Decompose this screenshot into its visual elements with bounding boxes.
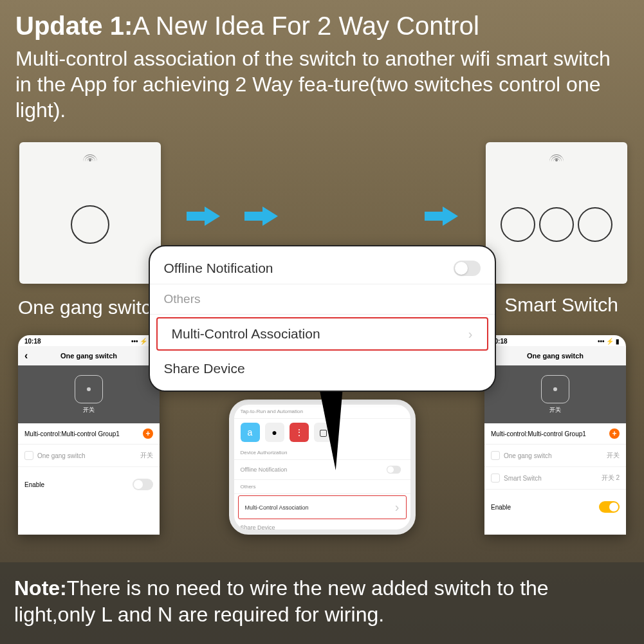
multi-control-row[interactable]: Multi-Control Association › [156,317,488,351]
note-text: There is no need to wire the new added s… [14,576,549,627]
nav-title: One gang switch [484,352,626,360]
device-icon[interactable] [75,375,103,403]
add-icon[interactable]: + [143,428,153,439]
touch-button[interactable] [578,207,612,242]
popup-label: Multi-Control Association [172,326,320,342]
item-value: 开关 [607,451,620,460]
device-label: 开关 [549,406,561,414]
app-icon[interactable]: ⋮ [290,423,309,442]
group-label: Multi-control:Multi-control Group1 [491,430,586,437]
offline-notification-row[interactable]: Offline Notification [150,253,495,284]
item-label: One gang switch [37,452,86,459]
nav-bar: ‹ One gang switch [18,346,160,365]
header-title: Update 1:A New Idea For 2 Way Control [15,12,629,41]
add-icon[interactable]: + [609,428,620,439]
item-icon [24,451,33,460]
chevron-right-icon: › [395,500,400,515]
title-rest: A New Idea For 2 Way Control [133,12,479,40]
update-label: Update 1: [15,12,133,40]
item-label: One gang switch [504,452,552,459]
toggle-off-icon[interactable] [386,466,400,474]
list-item[interactable]: One gang switch 开关 [18,445,160,467]
item-icon [491,451,500,460]
arrow-icon [187,207,219,226]
popup-label: Others [164,292,201,306]
wifi-icon [549,150,564,161]
alexa-icon[interactable]: a [241,423,260,442]
touch-button[interactable] [71,205,109,244]
diagram-area: One gang switch Smart Switch Offline Not… [0,129,644,535]
multi-control-group-row[interactable]: Multi-control:Multi-control Group1 + [484,423,626,445]
toggle-off-icon[interactable] [454,261,481,276]
others-section: Others [150,284,495,315]
nav-title: One gang switch [18,352,160,360]
device-preview: 开关 [484,365,626,423]
multi-control-row[interactable]: Multi-Control Association› [238,495,407,519]
arrow-icon [244,207,277,226]
touch-button[interactable] [501,207,535,242]
status-bar: 10:18 ••• ⚡ ▮ [484,335,626,346]
popup-label: Share Device [164,361,245,376]
one-gang-switch-label: One gang switch [18,297,161,318]
settings-popup: Offline Notification Others Multi-Contro… [149,245,496,392]
status-bar: 10:18 ••• ⚡ ▮ [18,335,160,346]
smart-switch-label: Smart Switch [504,294,618,316]
multi-control-group-row[interactable]: Multi-control:Multi-control Group1 + [18,423,160,445]
share-device-row[interactable]: Share Device [150,353,495,384]
others-row: Others [234,480,410,494]
note-bold: Note: [14,576,67,600]
header-subtitle: Multi-control association of the switch … [15,46,629,123]
one-gang-switch-panel [19,142,161,284]
popup-label: Offline Notification [164,261,273,276]
item-value: 开关 2 [602,474,620,483]
phone-screenshot-right: 10:18 ••• ⚡ ▮ ‹ One gang switch 开关 Multi… [484,335,626,535]
arrow-icon [425,207,457,226]
group-label: Multi-control:Multi-control Group1 [24,430,120,437]
toggle-on-icon[interactable] [599,501,620,513]
status-icons: ••• ⚡ ▮ [598,338,620,345]
list-item[interactable]: Smart Switch 开关 2 [484,467,626,490]
device-icon[interactable] [541,375,569,403]
device-label: 开关 [83,406,95,414]
item-icon [491,474,500,483]
device-preview: 开关 [18,365,160,423]
touch-button[interactable] [539,207,574,242]
item-value: 开关 [140,451,153,460]
wifi-icon [82,150,98,161]
toggle-off-icon[interactable] [133,479,153,490]
share-row[interactable]: Share Device [234,520,410,535]
pointer-icon [317,380,343,470]
footer-note: Note:There is no need to wire the new ad… [0,562,644,644]
time-label: 10:18 [24,338,41,345]
phone-screenshot-left: 10:18 ••• ⚡ ▮ ‹ One gang switch 开关 Multi… [18,335,160,535]
header: Update 1:A New Idea For 2 Way Control Mu… [0,0,644,129]
google-icon[interactable]: ● [265,423,284,442]
chevron-right-icon: › [468,327,473,342]
list-item[interactable]: One gang switch 开关 [484,445,626,467]
smart-switch-panel [486,142,627,284]
item-label: Smart Switch [504,475,542,482]
enable-label: Enable [24,481,44,488]
enable-row[interactable]: Enable [18,472,160,497]
enable-row[interactable]: Enable [484,495,626,519]
enable-label: Enable [491,504,511,511]
nav-bar: ‹ One gang switch [484,346,626,365]
